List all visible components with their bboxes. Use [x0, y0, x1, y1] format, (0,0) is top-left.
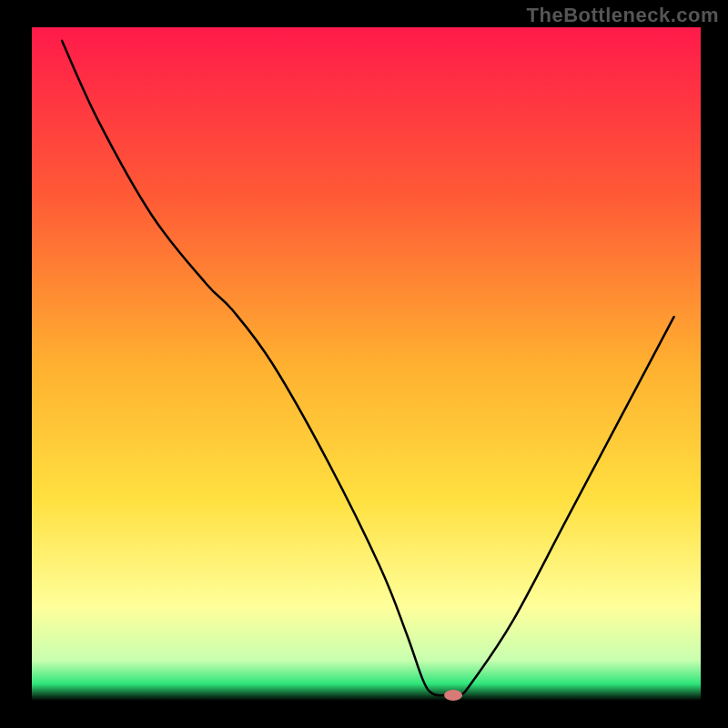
bottleneck-chart — [0, 0, 728, 728]
chart-container: TheBottleneck.com — [0, 0, 728, 728]
plot-gradient-bg — [32, 27, 701, 701]
optimal-point — [444, 690, 462, 701]
watermark-label: TheBottleneck.com — [527, 4, 719, 27]
